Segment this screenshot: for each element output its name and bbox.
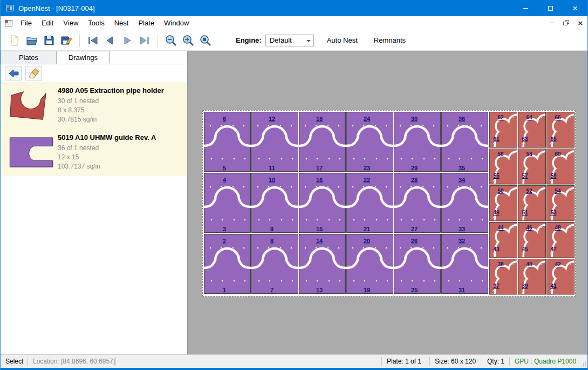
engine-select[interactable]: Default xyxy=(265,35,314,46)
tab-drawings[interactable]: Drawings xyxy=(57,51,110,64)
part-number-label[interactable]: 27 xyxy=(411,226,418,232)
part-number-label[interactable]: 59 xyxy=(550,173,557,179)
nested-part-pair-purple[interactable]: 1413 xyxy=(299,234,346,294)
nested-part-pair-purple[interactable]: 2827 xyxy=(394,173,441,233)
nested-part-pair-purple[interactable]: 1615 xyxy=(299,173,346,233)
menu-plate[interactable]: Plate xyxy=(133,17,159,29)
part-number-label[interactable]: 62 xyxy=(497,115,504,120)
part-number-label[interactable]: 15 xyxy=(316,226,323,232)
part-number-label[interactable]: 28 xyxy=(411,177,418,183)
nested-part-pair-purple[interactable]: 65 xyxy=(204,112,251,172)
part-number-label[interactable]: 7 xyxy=(270,287,274,293)
nested-part-pair-red[interactable]: 5453 xyxy=(547,186,575,221)
nested-part-pair-purple[interactable]: 2019 xyxy=(346,234,393,294)
part-number-label[interactable]: 3 xyxy=(223,226,226,232)
auto-nest-button[interactable]: Auto Nest xyxy=(324,34,361,46)
part-number-label[interactable]: 32 xyxy=(459,238,465,244)
part-number-label[interactable]: 24 xyxy=(364,116,371,122)
nested-part-pair-red[interactable]: 3837 xyxy=(490,259,517,295)
plate[interactable]: 6512111817242330293635431091615222128273… xyxy=(202,110,576,297)
part-number-label[interactable]: 40 xyxy=(526,261,532,267)
part-number-label[interactable]: 47 xyxy=(550,246,557,252)
part-number-label[interactable]: 31 xyxy=(459,287,465,293)
part-number-label[interactable]: 34 xyxy=(459,177,466,183)
nested-part-pair-purple[interactable]: 3231 xyxy=(441,234,488,294)
nested-part-pair-purple[interactable]: 109 xyxy=(251,173,298,233)
nested-part-pair-purple[interactable]: 43 xyxy=(204,173,251,233)
part-number-label[interactable]: 64 xyxy=(526,115,532,120)
part-number-label[interactable]: 19 xyxy=(364,287,370,293)
part-number-label[interactable]: 54 xyxy=(555,188,561,194)
nested-part-pair-red[interactable]: 4645 xyxy=(518,223,546,258)
zoom-in-button[interactable] xyxy=(180,32,197,49)
nested-part-pair-purple[interactable]: 3029 xyxy=(394,112,441,172)
menu-file[interactable]: File xyxy=(16,17,37,29)
remnants-button[interactable]: Remnants xyxy=(371,34,409,46)
part-number-label[interactable]: 29 xyxy=(411,165,418,171)
part-number-label[interactable]: 57 xyxy=(522,173,528,179)
part-number-label[interactable]: 16 xyxy=(316,177,323,183)
part-number-label[interactable]: 42 xyxy=(555,261,561,267)
part-number-label[interactable]: 26 xyxy=(411,238,418,244)
part-number-label[interactable]: 13 xyxy=(316,287,323,293)
part-number-label[interactable]: 18 xyxy=(316,116,323,122)
part-number-label[interactable]: 43 xyxy=(493,246,500,252)
maximize-button[interactable] xyxy=(538,0,563,16)
part-number-label[interactable]: 30 xyxy=(411,116,418,122)
part-number-label[interactable]: 55 xyxy=(493,173,500,179)
nested-part-pair-purple[interactable]: 2423 xyxy=(346,112,393,172)
part-number-label[interactable]: 53 xyxy=(550,210,557,216)
resize-grip[interactable] xyxy=(580,355,587,368)
part-number-label[interactable]: 36 xyxy=(459,116,465,122)
new-button[interactable] xyxy=(6,32,23,49)
replace-drawing-button[interactable] xyxy=(5,66,22,80)
part-number-label[interactable]: 49 xyxy=(493,210,500,216)
tab-plates[interactable]: Plates xyxy=(1,51,57,64)
part-number-label[interactable]: 51 xyxy=(522,210,528,216)
nested-part-pair-purple[interactable]: 2221 xyxy=(346,173,393,233)
nest-canvas[interactable]: 6512111817242330293635431091615222128273… xyxy=(188,51,587,354)
part-number-label[interactable]: 60 xyxy=(555,151,561,157)
nested-part-pair-purple[interactable]: 3635 xyxy=(441,112,488,172)
part-number-label[interactable]: 37 xyxy=(493,283,500,289)
open-button[interactable] xyxy=(23,32,40,49)
part-number-label[interactable]: 25 xyxy=(411,287,418,293)
part-number-label[interactable]: 5 xyxy=(223,165,226,171)
part-number-label[interactable]: 1 xyxy=(223,287,226,293)
menu-nest[interactable]: Nest xyxy=(110,17,134,29)
part-number-label[interactable]: 39 xyxy=(522,283,528,289)
part-number-label[interactable]: 50 xyxy=(497,188,504,194)
part-number-label[interactable]: 63 xyxy=(522,136,528,142)
part-number-label[interactable]: 61 xyxy=(493,136,500,142)
minimize-button[interactable] xyxy=(513,0,538,16)
part-number-label[interactable]: 14 xyxy=(316,238,323,244)
clean-drawings-button[interactable] xyxy=(25,66,42,80)
first-plate-button[interactable] xyxy=(84,32,101,49)
part-number-label[interactable]: 17 xyxy=(316,165,323,171)
zoom-fit-button[interactable] xyxy=(197,32,214,49)
nested-part-pair-red[interactable]: 4039 xyxy=(518,259,546,295)
close-button[interactable]: × xyxy=(563,0,587,16)
nested-part-pair-red[interactable]: 4847 xyxy=(547,223,575,258)
menu-tools[interactable]: Tools xyxy=(83,17,109,29)
nested-part-pair-purple[interactable]: 1817 xyxy=(299,112,346,172)
nested-part-pair-red[interactable]: 6665 xyxy=(547,112,575,148)
nested-part-pair-purple[interactable]: 21 xyxy=(204,234,251,294)
part-number-label[interactable]: 20 xyxy=(364,238,370,244)
save-button[interactable] xyxy=(40,32,58,49)
part-number-label[interactable]: 4 xyxy=(223,177,227,183)
part-number-label[interactable]: 52 xyxy=(526,188,532,194)
previous-plate-button[interactable] xyxy=(101,32,119,49)
nested-part-pair-purple[interactable]: 87 xyxy=(251,234,298,294)
part-number-label[interactable]: 6 xyxy=(223,116,226,122)
mdi-close-button[interactable]: × xyxy=(573,17,587,29)
nested-part-pair-purple[interactable]: 2625 xyxy=(394,234,441,294)
nested-part-pair-red[interactable]: 5857 xyxy=(518,149,546,185)
nested-part-pair-red[interactable]: 5049 xyxy=(490,186,517,221)
part-number-label[interactable]: 23 xyxy=(364,165,370,171)
nested-part-pair-purple[interactable]: 3433 xyxy=(441,173,488,233)
part-number-label[interactable]: 41 xyxy=(550,283,557,289)
part-number-label[interactable]: 45 xyxy=(522,246,528,252)
part-number-label[interactable]: 66 xyxy=(555,115,561,120)
drawing-list-item[interactable]: 5019 A10 UHMW guide Rev. A 36 of 1 neste… xyxy=(1,129,187,176)
